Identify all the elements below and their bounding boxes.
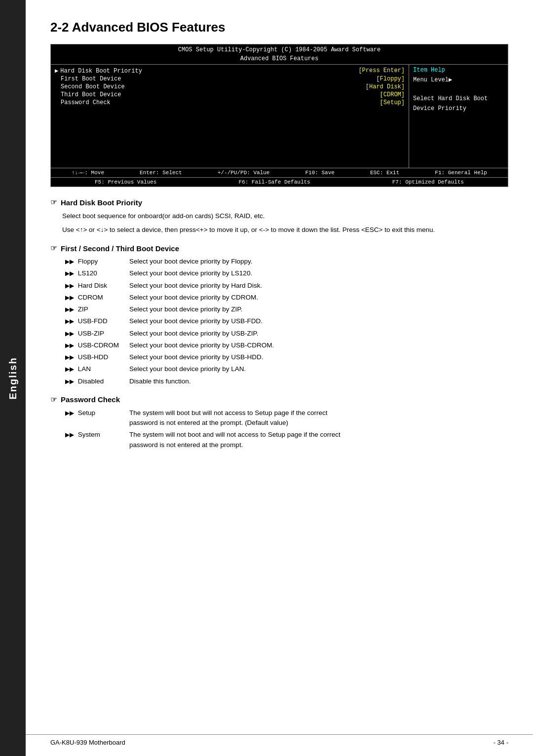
option-zip: ▶▶ ZIP Select your boot device priority …: [65, 304, 508, 314]
footer-right: - 34 -: [494, 739, 508, 746]
bios-footer-f6: F6: Fail-Safe Defaults: [238, 179, 310, 185]
option-name-lan: ▶▶ LAN: [65, 364, 129, 374]
bios-footer-move: ↑↓→←: Move: [72, 170, 104, 176]
bios-label-2: Second Boot Device: [61, 83, 125, 90]
section-title-1: Hard Disk Boot Priority: [61, 198, 142, 207]
option-desc-floppy: Select your boot device priority by Flop…: [129, 257, 508, 266]
bios-value-1: [Floppy]: [376, 76, 405, 82]
page-title: 2-2 Advanced BIOS Features: [50, 20, 508, 35]
bios-footer-f5: F5: Previous Values: [95, 179, 156, 185]
option-name-ls120: ▶▶ LS120: [65, 268, 129, 278]
option-usb-hdd: ▶▶ USB-HDD Select your boot device prior…: [65, 352, 508, 362]
option-list-boot-device: ▶▶ Floppy Select your boot device priori…: [65, 257, 508, 386]
option-desc-cdrom: Select your boot device priority by CDRO…: [129, 293, 508, 302]
main-content: 2-2 Advanced BIOS Features CMOS Setup Ut…: [26, 0, 533, 472]
section-first-second-third: ☞ First / Second / Third Boot Device: [50, 244, 508, 253]
bios-footer-f10: F10: Save: [305, 170, 334, 176]
option-name-disabled: ▶▶ Disabled: [65, 377, 129, 386]
bios-footer-esc: ESC: Exit: [370, 170, 399, 176]
option-desc-disabled: Disable this function.: [129, 377, 508, 386]
sidebar: English: [0, 0, 26, 756]
bios-screen: CMOS Setup Utility-Copyright (C) 1984-20…: [50, 44, 508, 187]
option-desc-usb-zip: Select your boot device priority by USB-…: [129, 329, 508, 339]
bios-body: ▶Hard Disk Boot Priority [Press Enter] F…: [51, 64, 508, 168]
option-name-usb-zip: ▶▶ USB-ZIP: [65, 329, 129, 339]
footer-left: GA-K8U-939 Motherboard: [50, 739, 125, 746]
bios-value-4: [Setup]: [380, 99, 405, 106]
option-name-usb-fdd: ▶▶ USB-FDD: [65, 316, 129, 326]
bios-footer-enter: Enter: Select: [140, 170, 182, 176]
bios-footer2: F5: Previous Values F6: Fail-Safe Defaul…: [51, 177, 508, 187]
bios-row-0: ▶Hard Disk Boot Priority [Press Enter]: [55, 67, 405, 75]
option-hard-disk: ▶▶ Hard Disk Select your boot device pri…: [65, 281, 508, 291]
bios-row-3: Third Boot Device [CDROM]: [55, 91, 405, 99]
option-ls120: ▶▶ LS120 Select your boot device priorit…: [65, 268, 508, 278]
option-desc-lan: Select your boot device priority by LAN.: [129, 364, 508, 374]
section-password-check: ☞ Password Check: [50, 395, 508, 404]
sidebar-label: English: [7, 357, 19, 399]
bios-value-3: [CDROM]: [380, 91, 405, 98]
section-icon-1: ☞: [50, 198, 57, 207]
option-desc-ls120: Select your boot device priority by LS12…: [129, 268, 508, 278]
section-title-2: First / Second / Third Boot Device: [61, 244, 179, 253]
option-disabled: ▶▶ Disabled Disable this function.: [65, 377, 508, 386]
bios-row-4: Password Check [Setup]: [55, 99, 405, 107]
bios-title-line2: Advanced BIOS Features: [51, 54, 508, 63]
option-usb-fdd: ▶▶ USB-FDD Select your boot device prior…: [65, 316, 508, 326]
option-usb-cdrom: ▶▶ USB-CDROM Select your boot device pri…: [65, 340, 508, 350]
bios-item-help-title: Item Help: [413, 67, 504, 74]
option-desc-zip: Select your boot device priority by ZIP.: [129, 304, 508, 314]
option-usb-zip: ▶▶ USB-ZIP Select your boot device prior…: [65, 329, 508, 339]
option-name-usb-cdrom: ▶▶ USB-CDROM: [65, 340, 129, 350]
section-title-3: Password Check: [61, 395, 120, 404]
bios-footer-f1: F1: General Help: [435, 170, 487, 176]
option-name-setup: ▶▶ Setup: [65, 408, 129, 428]
bios-footer-f7: F7: Optimized Defaults: [392, 179, 464, 185]
section-icon-2: ☞: [50, 244, 57, 253]
option-desc-setup: The system will boot but will not access…: [129, 408, 508, 428]
section-hard-disk-boot-priority: ☞ Hard Disk Boot Priority: [50, 198, 508, 207]
option-desc-hard-disk: Select your boot device priority by Hard…: [129, 281, 508, 291]
bios-item-help: Item Help Menu Level▶Select Hard Disk Bo…: [409, 65, 508, 168]
bios-value-0: [Press Enter]: [358, 67, 405, 75]
desc-para-1b: Use <↑> or <↓> to select a device, then …: [62, 225, 508, 235]
option-desc-usb-cdrom: Select your boot device priority by USB-…: [129, 340, 508, 350]
option-desc-system: The system will not boot and will not ac…: [129, 430, 508, 450]
desc-para-1a: Select boot sequence for onboard(or add-…: [62, 211, 508, 222]
option-name-cdrom: ▶▶ CDROM: [65, 293, 129, 302]
bios-title-bar: CMOS Setup Utility-Copyright (C) 1984-20…: [51, 44, 508, 64]
bios-label-4: Password Check: [61, 99, 111, 106]
bios-left: ▶Hard Disk Boot Priority [Press Enter] F…: [51, 65, 409, 168]
page-footer: GA-K8U-939 Motherboard - 34 -: [26, 734, 533, 746]
bios-footer: ↑↓→←: Move Enter: Select +/-/PU/PD: Valu…: [51, 168, 508, 177]
bios-item-help-text: Menu Level▶Select Hard Disk BootDevice P…: [413, 76, 504, 113]
bios-row-1: First Boot Device [Floppy]: [55, 75, 405, 83]
option-system: ▶▶ System The system will not boot and w…: [65, 430, 508, 450]
bios-row-2: Second Boot Device [Hard Disk]: [55, 83, 405, 91]
bios-label-0: ▶Hard Disk Boot Priority: [55, 67, 142, 75]
option-name-system: ▶▶ System: [65, 430, 129, 450]
option-name-floppy: ▶▶ Floppy: [65, 257, 129, 266]
option-desc-usb-hdd: Select your boot device priority by USB-…: [129, 352, 508, 362]
bios-footer-value: +/-/PU/PD: Value: [218, 170, 270, 176]
option-setup: ▶▶ Setup The system will boot but will n…: [65, 408, 508, 428]
option-name-zip: ▶▶ ZIP: [65, 304, 129, 314]
option-desc-usb-fdd: Select your boot device priority by USB-…: [129, 316, 508, 326]
option-name-usb-hdd: ▶▶ USB-HDD: [65, 352, 129, 362]
option-cdrom: ▶▶ CDROM Select your boot device priorit…: [65, 293, 508, 302]
bios-value-2: [Hard Disk]: [366, 83, 405, 90]
option-list-password: ▶▶ Setup The system will boot but will n…: [65, 408, 508, 450]
bios-label-3: Third Boot Device: [61, 91, 121, 98]
option-name-hard-disk: ▶▶ Hard Disk: [65, 281, 129, 291]
option-floppy: ▶▶ Floppy Select your boot device priori…: [65, 257, 508, 266]
section-icon-3: ☞: [50, 395, 57, 404]
bios-title-line1: CMOS Setup Utility-Copyright (C) 1984-20…: [51, 45, 508, 54]
bios-arrow-0: ▶: [55, 68, 58, 75]
bios-label-1: First Boot Device: [61, 76, 121, 82]
option-lan: ▶▶ LAN Select your boot device priority …: [65, 364, 508, 374]
